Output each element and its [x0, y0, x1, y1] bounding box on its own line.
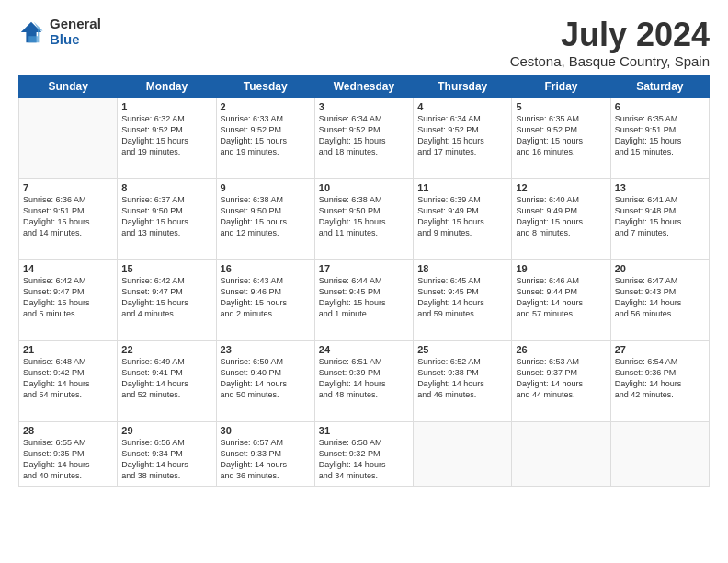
day-cell: [512, 421, 610, 486]
title-block: July 2024 Cestona, Basque Country, Spain: [510, 17, 710, 69]
header-row: Sunday Monday Tuesday Wednesday Thursday…: [19, 75, 710, 98]
day-number: 20: [615, 263, 705, 274]
day-cell: [19, 98, 118, 178]
cell-text: Sunrise: 6:52 AM Sunset: 9:38 PM Dayligh…: [417, 356, 507, 401]
day-cell: 15Sunrise: 6:42 AM Sunset: 9:47 PM Dayli…: [118, 259, 216, 340]
day-cell: 19Sunrise: 6:46 AM Sunset: 9:44 PM Dayli…: [512, 259, 610, 340]
day-cell: 20Sunrise: 6:47 AM Sunset: 9:43 PM Dayli…: [610, 259, 709, 340]
day-number: 21: [23, 344, 113, 355]
day-cell: 16Sunrise: 6:43 AM Sunset: 9:46 PM Dayli…: [216, 259, 314, 340]
header-tuesday: Tuesday: [216, 75, 314, 98]
day-cell: 6Sunrise: 6:35 AM Sunset: 9:51 PM Daylig…: [610, 98, 709, 178]
day-number: 5: [516, 101, 606, 112]
day-number: 1: [121, 101, 211, 112]
header-monday: Monday: [118, 75, 216, 98]
day-cell: 9Sunrise: 6:38 AM Sunset: 9:50 PM Daylig…: [216, 178, 314, 259]
day-cell: 14Sunrise: 6:42 AM Sunset: 9:47 PM Dayli…: [19, 259, 118, 340]
header: General Blue July 2024 Cestona, Basque C…: [18, 17, 710, 69]
subtitle: Cestona, Basque Country, Spain: [510, 53, 710, 69]
cell-text: Sunrise: 6:38 AM Sunset: 9:50 PM Dayligh…: [319, 194, 409, 239]
day-cell: 3Sunrise: 6:34 AM Sunset: 9:52 PM Daylig…: [314, 98, 413, 178]
day-cell: 18Sunrise: 6:45 AM Sunset: 9:45 PM Dayli…: [414, 259, 512, 340]
day-cell: 28Sunrise: 6:55 AM Sunset: 9:35 PM Dayli…: [19, 421, 118, 486]
day-cell: 31Sunrise: 6:58 AM Sunset: 9:32 PM Dayli…: [314, 421, 413, 486]
day-number: 12: [516, 182, 606, 193]
day-number: 30: [221, 425, 311, 436]
day-number: 4: [417, 101, 507, 112]
day-number: 29: [121, 425, 211, 436]
day-cell: 24Sunrise: 6:51 AM Sunset: 9:39 PM Dayli…: [314, 340, 413, 421]
logo: General Blue: [18, 17, 101, 47]
day-cell: 25Sunrise: 6:52 AM Sunset: 9:38 PM Dayli…: [414, 340, 512, 421]
day-cell: 12Sunrise: 6:40 AM Sunset: 9:49 PM Dayli…: [512, 178, 610, 259]
page: General Blue July 2024 Cestona, Basque C…: [0, 0, 728, 563]
day-cell: 29Sunrise: 6:56 AM Sunset: 9:34 PM Dayli…: [118, 421, 216, 486]
day-number: 10: [319, 182, 409, 193]
day-number: 18: [417, 263, 507, 274]
cell-text: Sunrise: 6:34 AM Sunset: 9:52 PM Dayligh…: [417, 113, 507, 158]
cell-text: Sunrise: 6:33 AM Sunset: 9:52 PM Dayligh…: [221, 113, 311, 158]
day-cell: 10Sunrise: 6:38 AM Sunset: 9:50 PM Dayli…: [314, 178, 413, 259]
cell-text: Sunrise: 6:50 AM Sunset: 9:40 PM Dayligh…: [221, 356, 311, 401]
logo-text: General Blue: [50, 17, 101, 47]
cell-text: Sunrise: 6:45 AM Sunset: 9:45 PM Dayligh…: [417, 275, 507, 320]
day-cell: 22Sunrise: 6:49 AM Sunset: 9:41 PM Dayli…: [118, 340, 216, 421]
cell-text: Sunrise: 6:41 AM Sunset: 9:48 PM Dayligh…: [615, 194, 705, 239]
day-cell: 2Sunrise: 6:33 AM Sunset: 9:52 PM Daylig…: [216, 98, 314, 178]
day-cell: 5Sunrise: 6:35 AM Sunset: 9:52 PM Daylig…: [512, 98, 610, 178]
cell-text: Sunrise: 6:35 AM Sunset: 9:52 PM Dayligh…: [516, 113, 606, 158]
day-number: 14: [23, 263, 113, 274]
day-number: 6: [615, 101, 705, 112]
header-wednesday: Wednesday: [314, 75, 413, 98]
day-cell: 11Sunrise: 6:39 AM Sunset: 9:49 PM Dayli…: [414, 178, 512, 259]
day-cell: [414, 421, 512, 486]
day-number: 24: [319, 344, 409, 355]
day-number: 3: [319, 101, 409, 112]
header-friday: Friday: [512, 75, 610, 98]
day-number: 17: [319, 263, 409, 274]
cell-text: Sunrise: 6:39 AM Sunset: 9:49 PM Dayligh…: [417, 194, 507, 239]
cell-text: Sunrise: 6:47 AM Sunset: 9:43 PM Dayligh…: [615, 275, 705, 320]
logo-general-text: General: [50, 17, 101, 32]
cell-text: Sunrise: 6:32 AM Sunset: 9:52 PM Dayligh…: [121, 113, 211, 158]
header-saturday: Saturday: [610, 75, 709, 98]
day-cell: 30Sunrise: 6:57 AM Sunset: 9:33 PM Dayli…: [216, 421, 314, 486]
cell-text: Sunrise: 6:42 AM Sunset: 9:47 PM Dayligh…: [121, 275, 211, 320]
cell-text: Sunrise: 6:58 AM Sunset: 9:32 PM Dayligh…: [319, 437, 409, 482]
day-number: 28: [23, 425, 113, 436]
cell-text: Sunrise: 6:36 AM Sunset: 9:51 PM Dayligh…: [23, 194, 113, 239]
day-number: 11: [417, 182, 507, 193]
day-number: 31: [319, 425, 409, 436]
cell-text: Sunrise: 6:38 AM Sunset: 9:50 PM Dayligh…: [221, 194, 311, 239]
day-number: 8: [121, 182, 211, 193]
cell-text: Sunrise: 6:49 AM Sunset: 9:41 PM Dayligh…: [121, 356, 211, 401]
cell-text: Sunrise: 6:44 AM Sunset: 9:45 PM Dayligh…: [319, 275, 409, 320]
cell-text: Sunrise: 6:55 AM Sunset: 9:35 PM Dayligh…: [23, 437, 113, 482]
cell-text: Sunrise: 6:37 AM Sunset: 9:50 PM Dayligh…: [121, 194, 211, 239]
header-sunday: Sunday: [19, 75, 118, 98]
day-cell: 27Sunrise: 6:54 AM Sunset: 9:36 PM Dayli…: [610, 340, 709, 421]
cell-text: Sunrise: 6:40 AM Sunset: 9:49 PM Dayligh…: [516, 194, 606, 239]
logo-icon: [18, 19, 44, 45]
day-cell: 7Sunrise: 6:36 AM Sunset: 9:51 PM Daylig…: [19, 178, 118, 259]
cell-text: Sunrise: 6:46 AM Sunset: 9:44 PM Dayligh…: [516, 275, 606, 320]
day-cell: 1Sunrise: 6:32 AM Sunset: 9:52 PM Daylig…: [118, 98, 216, 178]
day-cell: 13Sunrise: 6:41 AM Sunset: 9:48 PM Dayli…: [610, 178, 709, 259]
day-number: 25: [417, 344, 507, 355]
main-title: July 2024: [510, 17, 710, 53]
day-number: 19: [516, 263, 606, 274]
day-number: 27: [615, 344, 705, 355]
day-number: 22: [121, 344, 211, 355]
cell-text: Sunrise: 6:34 AM Sunset: 9:52 PM Dayligh…: [319, 113, 409, 158]
cell-text: Sunrise: 6:35 AM Sunset: 9:51 PM Dayligh…: [615, 113, 705, 158]
day-number: 2: [221, 101, 311, 112]
cell-text: Sunrise: 6:48 AM Sunset: 9:42 PM Dayligh…: [23, 356, 113, 401]
day-number: 9: [221, 182, 311, 193]
logo-blue-text: Blue: [50, 32, 101, 48]
day-cell: 8Sunrise: 6:37 AM Sunset: 9:50 PM Daylig…: [118, 178, 216, 259]
day-cell: 23Sunrise: 6:50 AM Sunset: 9:40 PM Dayli…: [216, 340, 314, 421]
day-number: 26: [516, 344, 606, 355]
day-cell: 17Sunrise: 6:44 AM Sunset: 9:45 PM Dayli…: [314, 259, 413, 340]
cell-text: Sunrise: 6:56 AM Sunset: 9:34 PM Dayligh…: [121, 437, 211, 482]
cell-text: Sunrise: 6:42 AM Sunset: 9:47 PM Dayligh…: [23, 275, 113, 320]
